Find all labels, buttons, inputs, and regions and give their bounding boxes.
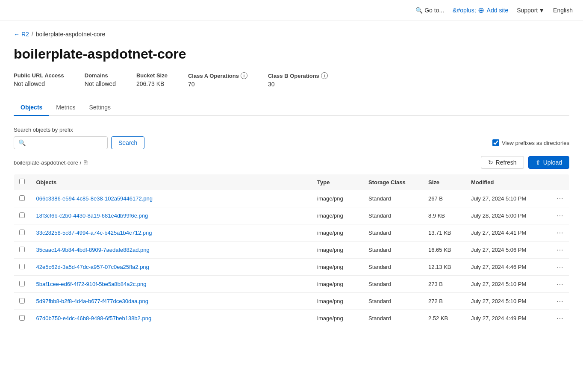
breadcrumb-back-link[interactable]: ← R2 — [14, 31, 29, 38]
copy-path-icon[interactable]: ⎘ — [84, 159, 87, 166]
row-checkbox[interactable] — [19, 298, 25, 304]
object-link[interactable]: 18f3cf6b-c2b0-4430-8a19-681e4db99f6e.png — [36, 212, 148, 219]
row-actions-menu[interactable]: ⋯ — [556, 229, 564, 236]
path-text: boilerplate-aspdotnet-core / ⎘ — [14, 159, 87, 166]
row-checkbox[interactable] — [19, 247, 25, 252]
row-modified: July 27, 2024 4:49 PM — [466, 310, 551, 327]
upload-icon: ⇧ — [536, 159, 541, 166]
path-value: boilerplate-aspdotnet-core / — [14, 159, 81, 166]
page-title: boilerplate-aspdotnet-core — [14, 46, 569, 62]
table-row: 066c3386-e594-4c85-8e38-102a59446172.png… — [14, 190, 569, 207]
search-input-group: 🔍 Search — [14, 136, 144, 149]
search-button[interactable]: Search — [111, 136, 144, 149]
row-storage-class: Standard — [363, 293, 423, 310]
upload-button[interactable]: ⇧ Upload — [528, 156, 569, 169]
th-select-all — [14, 174, 31, 190]
search-icon: 🔍 — [415, 7, 423, 14]
object-link[interactable]: 35caac14-9b84-4bdf-8909-7aedafe882ad.png — [36, 247, 150, 253]
refresh-icon: ↻ — [488, 159, 493, 166]
row-checkbox-cell — [14, 224, 31, 242]
row-storage-class: Standard — [363, 190, 423, 207]
row-checkbox[interactable] — [19, 212, 25, 218]
upload-label: Upload — [543, 159, 562, 166]
search-input[interactable] — [28, 139, 103, 146]
row-actions-menu[interactable]: ⋯ — [556, 315, 564, 322]
row-object-name: 5d97fbb8-b2f8-4d4a-b677-f477dce30daa.png — [31, 293, 312, 310]
support-nav-item[interactable]: Support ▼ — [517, 7, 545, 14]
row-checkbox[interactable] — [19, 264, 25, 269]
class-a-info-icon[interactable]: i — [241, 72, 247, 79]
row-modified: July 27, 2024 5:10 PM — [466, 190, 551, 207]
search-section: Search objects by prefix 🔍 Search View p… — [14, 127, 569, 149]
object-link[interactable]: 066c3386-e594-4c85-8e38-102a59446172.png — [36, 195, 153, 202]
table-header: Objects Type Storage Class Size Modified — [14, 174, 569, 190]
row-size: 12.13 KB — [423, 259, 466, 276]
row-checkbox[interactable] — [19, 230, 25, 235]
stat-class-b: Class B Operations i 30 — [268, 72, 328, 88]
object-link[interactable]: 5baf1cee-ed6f-4f72-910f-5be5a8b84a2c.png — [36, 281, 147, 287]
row-checkbox[interactable] — [19, 315, 25, 321]
stats-row: Public URL Access Not allowed Domains No… — [14, 72, 569, 88]
row-size: 13.71 KB — [423, 224, 466, 242]
row-modified: July 27, 2024 5:10 PM — [466, 293, 551, 310]
row-checkbox-cell — [14, 207, 31, 224]
row-actions-menu[interactable]: ⋯ — [556, 298, 564, 305]
object-link[interactable]: 33c28258-5c87-4994-a74c-b425a1b4c712.png — [36, 230, 152, 236]
search-row: 🔍 Search View prefixes as directories — [14, 136, 569, 149]
object-link[interactable]: 42e5c62d-3a5d-47dc-a957-07c0ea25ffa2.png — [36, 264, 149, 270]
objects-table: Objects Type Storage Class Size Modified… — [14, 174, 569, 327]
th-modified: Modified — [466, 174, 551, 190]
row-actions-cell: ⋯ — [551, 259, 569, 276]
row-checkbox[interactable] — [19, 195, 25, 201]
row-actions-menu[interactable]: ⋯ — [556, 263, 564, 271]
support-label: Support — [517, 7, 538, 14]
row-actions-menu[interactable]: ⋯ — [556, 280, 564, 288]
stat-public-url-value: Not allowed — [14, 80, 64, 87]
table-row: 42e5c62d-3a5d-47dc-a957-07c0ea25ffa2.png… — [14, 259, 569, 276]
plus-circle-icon: &#oplus; — [453, 7, 476, 14]
row-type: image/png — [312, 207, 363, 224]
tab-metrics[interactable]: Metrics — [49, 100, 82, 116]
object-link[interactable]: 67d0b750-e4dc-46b8-9498-6f57beb138b2.png — [36, 315, 152, 321]
table-body: 066c3386-e594-4c85-8e38-102a59446172.png… — [14, 190, 569, 327]
goto-nav-item[interactable]: 🔍 Go to... — [415, 7, 444, 14]
row-type: image/png — [312, 224, 363, 242]
row-checkbox-cell — [14, 242, 31, 259]
class-b-info-icon[interactable]: i — [321, 72, 328, 79]
table-row: 33c28258-5c87-4994-a74c-b425a1b4c712.png… — [14, 224, 569, 242]
row-checkbox-cell — [14, 276, 31, 293]
row-storage-class: Standard — [363, 224, 423, 242]
tab-objects[interactable]: Objects — [14, 100, 49, 116]
table-row: 35caac14-9b84-4bdf-8909-7aedafe882ad.png… — [14, 242, 569, 259]
top-nav: 🔍 Go to... &#oplus; ⊕ Add site Support ▼… — [0, 0, 583, 21]
row-actions-menu[interactable]: ⋯ — [556, 246, 564, 253]
stat-class-a: Class A Operations i 70 — [188, 72, 247, 88]
th-size: Size — [423, 174, 466, 190]
addsite-nav-item[interactable]: &#oplus; ⊕ Add site — [453, 6, 508, 14]
row-modified: July 28, 2024 5:00 PM — [466, 207, 551, 224]
select-all-checkbox[interactable] — [19, 179, 25, 184]
row-actions-menu[interactable]: ⋯ — [556, 212, 564, 219]
stat-bucket-size-value: 206.73 KB — [136, 80, 168, 87]
stat-public-url: Public URL Access Not allowed — [14, 72, 64, 88]
table-row: 5baf1cee-ed6f-4f72-910f-5be5a8b84a2c.png… — [14, 276, 569, 293]
path-bar: boilerplate-aspdotnet-core / ⎘ ↻ Refresh… — [14, 156, 569, 169]
row-modified: July 27, 2024 4:41 PM — [466, 224, 551, 242]
view-prefixes-checkbox[interactable] — [492, 139, 499, 146]
breadcrumb-separator: / — [32, 31, 33, 38]
row-size: 273 B — [423, 276, 466, 293]
row-checkbox[interactable] — [19, 281, 25, 286]
language-nav-item[interactable]: English — [553, 7, 573, 14]
row-size: 2.52 KB — [423, 310, 466, 327]
table-row: 18f3cf6b-c2b0-4430-8a19-681e4db99f6e.png… — [14, 207, 569, 224]
goto-label: Go to... — [424, 7, 444, 14]
th-storage-class: Storage Class — [363, 174, 423, 190]
refresh-button[interactable]: ↻ Refresh — [481, 156, 524, 169]
breadcrumb: ← R2 / boilerplate-aspdotnet-core — [14, 31, 569, 38]
row-actions-cell: ⋯ — [551, 224, 569, 242]
row-size: 267 B — [423, 190, 466, 207]
object-link[interactable]: 5d97fbb8-b2f8-4d4a-b677-f477dce30daa.png — [36, 298, 148, 304]
row-actions-menu[interactable]: ⋯ — [556, 195, 564, 202]
tab-settings[interactable]: Settings — [82, 100, 118, 116]
row-type: image/png — [312, 310, 363, 327]
